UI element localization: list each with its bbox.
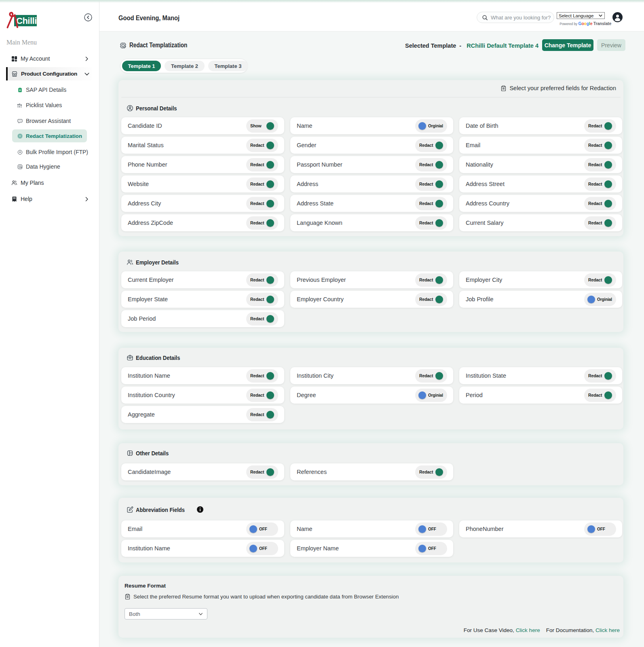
svg-text:Chilli: Chilli — [16, 16, 37, 26]
